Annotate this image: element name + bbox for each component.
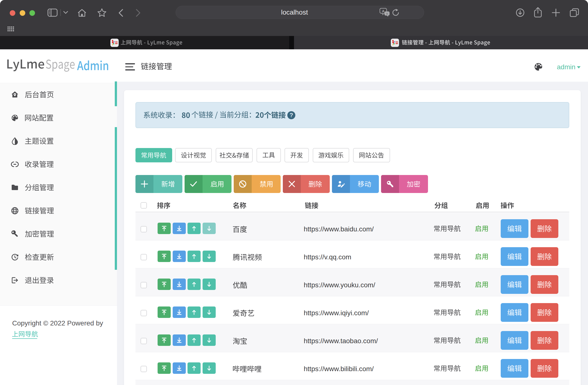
svg-text:?: ? bbox=[290, 112, 293, 118]
svg-text:x: x bbox=[386, 12, 388, 15]
svg-text:A: A bbox=[382, 9, 385, 13]
